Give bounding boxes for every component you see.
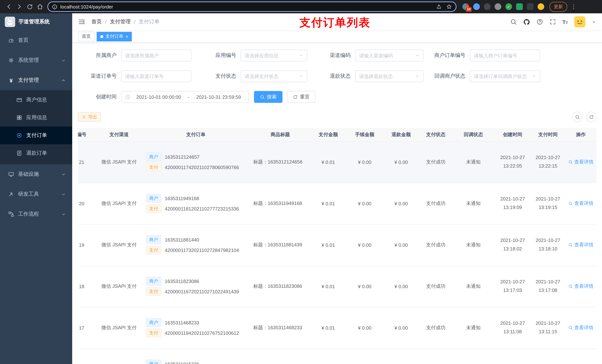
extension-dark-icon[interactable] <box>484 3 491 10</box>
cell-title: 标题：1635311881439 <box>249 224 311 266</box>
sidebar-item-refund-order[interactable]: 退款订单 <box>0 144 72 162</box>
help-icon[interactable] <box>536 19 543 25</box>
document-icon <box>16 150 22 156</box>
pay-status-select[interactable] <box>245 73 297 79</box>
cell-order-no: 商户1635312124657 支付4200001174202110278060… <box>142 141 249 183</box>
browser-bar: localhost:1024/pay/order 10 ✓ 更新 ⋮ <box>0 0 602 13</box>
sidebar-item-dev-tools[interactable]: 研发工具 <box>0 184 72 204</box>
cell-pay-status: 支付成功 <box>418 307 453 348</box>
col-fee: 手续金额 <box>345 128 384 141</box>
back-icon[interactable] <box>4 1 14 12</box>
sidebar-item-payment[interactable]: ¥ 支付管理 <box>0 70 72 90</box>
refund-status-select[interactable] <box>359 73 413 79</box>
chevron-down-icon <box>415 53 419 58</box>
pay-tag: 支付 <box>146 163 161 172</box>
cell-fee: ¥ 0.00 <box>345 307 384 348</box>
breadcrumb-home[interactable]: 首页 <box>91 19 102 25</box>
active-dot-icon <box>100 35 103 38</box>
cell-pay-time: 2021-10-2713:11:15 <box>532 307 564 348</box>
col-pay-time: 支付时间 <box>532 128 564 141</box>
logo-rabbit-icon <box>5 17 15 27</box>
cell-notify-status <box>453 348 494 364</box>
search-button[interactable]: 搜索 <box>254 91 282 103</box>
clock-icon <box>125 94 130 100</box>
sidebar-item-home[interactable]: 首页 <box>0 30 72 50</box>
cell-amount: ¥ 0.01 <box>311 224 345 266</box>
reset-button[interactable]: 重置 <box>287 91 315 103</box>
cell-pay-time: 2021-10-2713:19:15 <box>532 183 564 224</box>
table-header-row: 编号 支付渠道 支付订单 商品标题 支付金额 手续金额 退款金额 支付状态 回调… <box>78 128 596 141</box>
extension-check-icon[interactable]: ✓ <box>505 3 512 10</box>
breadcrumb-pay-mgmt[interactable]: 支付管理 <box>110 19 131 25</box>
reload-icon[interactable] <box>24 1 35 12</box>
app-title: 芋道管理系统 <box>19 19 50 25</box>
merchant-input[interactable] <box>125 53 187 58</box>
col-title: 商品标题 <box>249 128 311 141</box>
browser-update-button[interactable]: 更新 <box>549 2 567 12</box>
filter-notify-status: 回调商户状态 <box>424 70 540 82</box>
tab-close-icon[interactable]: × <box>126 34 128 39</box>
export-button[interactable]: 导出 <box>78 112 101 122</box>
view-detail-link[interactable]: 查看详情 <box>568 200 593 207</box>
toggle-search-button[interactable] <box>572 112 582 122</box>
channel-code-select[interactable] <box>359 53 413 58</box>
cell-amount: ¥ 0.01 <box>311 307 345 348</box>
search-icon[interactable] <box>510 19 517 25</box>
dashboard-icon <box>8 37 14 43</box>
cell-notify-status: 未通知 <box>453 141 494 183</box>
view-detail-link[interactable]: 查看详情 <box>568 283 593 290</box>
sidebar-item-merchant-info[interactable]: 商户信息 <box>0 91 72 109</box>
info-icon[interactable] <box>52 4 57 10</box>
extension-monkey-icon[interactable] <box>538 3 544 10</box>
date-range-picker[interactable]: 2021-10-01 00:00:00 - 2021-10-31 23:59:5… <box>121 91 249 103</box>
navbar: 首页 / 支付管理 / 支付订单 支付订单列表 TT <box>72 13 602 30</box>
sidebar-item-workflow[interactable]: 工作流程 <box>0 204 72 224</box>
tab-pay-order[interactable]: 支付订单 × <box>97 32 132 41</box>
cell-pay-status <box>418 348 453 364</box>
page: localhost:1024/pay/order 10 ✓ 更新 ⋮ 芋道管理系… <box>0 0 602 364</box>
sidebar-item-infra[interactable]: 基础设施 <box>0 164 72 184</box>
cell-fee: ¥ 0.00 <box>345 141 384 183</box>
cell-pay-time: 2021-10-2713:17:08 <box>532 266 564 307</box>
extension-gray-icon[interactable] <box>495 3 501 10</box>
view-detail-link[interactable]: 查看详情 <box>568 159 593 165</box>
extension-dark-square-icon[interactable] <box>527 3 534 10</box>
share-icon[interactable] <box>436 4 442 10</box>
cell-channel <box>96 348 142 364</box>
card-icon <box>16 97 22 103</box>
notify-status-select[interactable] <box>474 73 529 79</box>
app-id-select[interactable] <box>245 53 297 58</box>
cell-order-no: 商户1635311949168 支付4200001181202110277723… <box>142 183 249 224</box>
font-size-icon[interactable]: TT <box>562 19 568 25</box>
refresh-table-button[interactable] <box>586 112 596 122</box>
sidebar-item-pay-order[interactable]: 支付订单 <box>0 126 72 144</box>
browser-menu-icon[interactable]: ⋮ <box>571 3 576 10</box>
hamburger-icon[interactable] <box>78 18 86 26</box>
sidebar-item-app-info[interactable]: 应用信息 <box>0 109 72 126</box>
tab-home[interactable]: 首页 <box>78 32 94 41</box>
avatar[interactable] <box>574 16 585 27</box>
avatar-caret-icon[interactable] <box>592 20 596 24</box>
home-icon[interactable] <box>35 1 45 12</box>
address-bar[interactable]: localhost:1024/pay/order <box>47 1 456 12</box>
github-icon[interactable] <box>523 18 530 25</box>
url-text: localhost:1024/pay/order <box>60 4 113 10</box>
search-icon <box>260 94 265 99</box>
col-channel: 支付渠道 <box>96 128 142 141</box>
cell-pay-time <box>532 348 564 364</box>
cell-pay-status: 支付成功 <box>418 224 453 266</box>
extension-colors-icon[interactable]: 10 <box>462 3 469 10</box>
merchant-order-no-input[interactable] <box>474 53 536 58</box>
cell-id: 20 <box>78 183 96 224</box>
channel-order-no-input[interactable] <box>125 73 187 79</box>
extension-green-square-icon[interactable] <box>516 3 523 10</box>
pay-tag: 支付 <box>146 204 161 213</box>
extension-drop-icon[interactable] <box>473 3 480 10</box>
bookmark-star-icon[interactable] <box>446 4 452 10</box>
sidebar-item-system[interactable]: 系统管理 <box>0 50 72 70</box>
fullscreen-icon[interactable] <box>549 19 556 25</box>
view-detail-link[interactable]: 查看详情 <box>568 324 593 331</box>
view-detail-link[interactable]: 查看详情 <box>568 241 593 248</box>
cell-actions: 查看详情 <box>564 224 596 266</box>
forward-icon[interactable] <box>14 1 24 12</box>
